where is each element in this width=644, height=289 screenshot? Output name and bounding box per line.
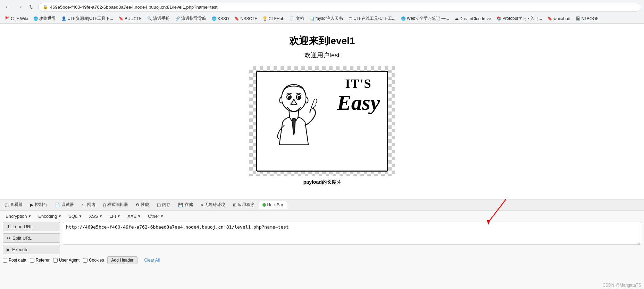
tab-console[interactable]: ▶ 控制台: [27, 200, 51, 209]
tab-performance[interactable]: ⚙ 性能: [132, 200, 153, 209]
bookmark-ctfhub[interactable]: 🏆 CTFHub: [260, 16, 286, 22]
memory-icon: ◫: [157, 203, 161, 207]
forward-button[interactable]: →: [15, 2, 24, 12]
devtools-panel: ⬚ 查看器 ▶ 控制台 📄 调试器 ↑↓ 网络 {} 样式编辑器 ⚙ 性能 ◫ …: [0, 199, 644, 289]
payload-info: payload的长度:4: [303, 179, 341, 185]
load-url-icon: ⬆: [7, 224, 10, 229]
cookies-check[interactable]: [83, 258, 87, 263]
style-icon: {}: [103, 203, 106, 207]
referer-check[interactable]: [30, 258, 34, 263]
inspector-icon: ⬚: [5, 203, 9, 207]
person-illustration: [261, 80, 330, 171]
post-data-checkbox[interactable]: Post data: [3, 258, 26, 263]
sql-arrow-icon: ▼: [78, 214, 82, 218]
hackbar-panel: Encryption ▼ Encoding ▼ SQL ▼ XSS ▼ LFI …: [0, 210, 644, 268]
bookmark-n1book[interactable]: 📓 N1BOOK: [574, 16, 601, 22]
hackbar-footer: Post data Referer User Agent Cookies Add…: [0, 254, 644, 266]
bookmark-whitabbit[interactable]: 🔖 whitabbit: [545, 16, 572, 22]
easy-image: IT'S Easy: [249, 66, 395, 176]
tab-storage[interactable]: 💾 存储: [175, 200, 196, 209]
xss-arrow-icon: ▼: [99, 214, 102, 218]
menu-xxe[interactable]: XXE ▼: [125, 213, 144, 220]
menu-xss[interactable]: XSS ▼: [86, 213, 105, 220]
bookmark-ctf-resources[interactable]: 👤 CTF资源库|CTF工具下...: [59, 15, 115, 22]
resize-handle[interactable]: ⊿: [637, 241, 641, 245]
devtools-tabs: ⬚ 查看器 ▶ 控制台 📄 调试器 ↑↓ 网络 {} 样式编辑器 ⚙ 性能 ◫ …: [0, 199, 644, 210]
accessibility-icon: ≈: [201, 203, 203, 207]
hackbar-url-input[interactable]: http://469e5bce-f400-49fe-a762-6bbaed8a7…: [63, 222, 641, 245]
execute-button[interactable]: ▶ Execute: [3, 245, 60, 254]
encryption-arrow-icon: ▼: [28, 214, 31, 218]
post-data-check[interactable]: [3, 258, 7, 263]
tab-accessibility[interactable]: ≈ 无障碍环境: [197, 200, 229, 209]
bookmark-ctf-tools[interactable]: 🛡 CTF在线工具-CTF工...: [346, 15, 398, 22]
bookmark-ctfwiki[interactable]: 🚩 CTF Wiki: [3, 16, 30, 22]
perf-icon: ⚙: [136, 203, 140, 207]
tab-hackbar[interactable]: HackBar: [259, 201, 287, 209]
menu-sql[interactable]: SQL ▼: [66, 213, 85, 220]
other-arrow-icon: ▼: [160, 214, 164, 218]
bookmark-mysql[interactable]: 📊 mysql注入天书: [308, 15, 345, 22]
tab-debugger[interactable]: 📄 调试器: [51, 200, 77, 209]
bookmark-doc[interactable]: 📄 文档: [288, 15, 306, 22]
hackbar-body: ⬆ Load URL ✂ Split URL ▶ Execute: [0, 222, 644, 254]
security-icon: 🔒: [43, 5, 48, 9]
tab-memory[interactable]: ◫ 内存: [153, 200, 174, 209]
bookmark-dreamcloud[interactable]: ☁ DreamCloudreve: [453, 16, 493, 22]
lfi-arrow-icon: ▼: [117, 214, 120, 218]
address-bar[interactable]: 🔒 469e5bce-f400-49fe-a762-6bbaed8a7ee4.n…: [38, 3, 641, 11]
tab-inspector[interactable]: ⬚ 查看器: [1, 200, 26, 209]
bookmark-nav[interactable]: 🔗 渗透指导导航: [173, 15, 208, 22]
user-agent-checkbox[interactable]: User Agent: [53, 258, 80, 263]
bookmark-kssd[interactable]: 🌐 KSSD: [210, 16, 231, 22]
storage-icon: 💾: [178, 203, 183, 207]
hackbar-buttons: ⬆ Load URL ✂ Split URL ▶ Execute: [3, 222, 60, 254]
page-title: 欢迎来到level1: [289, 34, 355, 48]
browser-chrome: ← → ↻ 🔒 469e5bce-f400-49fe-a762-6bbaed8a…: [0, 0, 644, 24]
split-url-icon: ✂: [7, 236, 10, 241]
its-easy-text: IT'S Easy: [337, 77, 380, 115]
bookmark-protobuf[interactable]: 📚 Protobuf学习 - 入门...: [494, 15, 544, 22]
refresh-button[interactable]: ↻: [26, 2, 36, 12]
bookmark-websec[interactable]: 🌐 Web安全学习笔记 —...: [399, 15, 451, 22]
hackbar-url-wrapper: http://469e5bce-f400-49fe-a762-6bbaed8a7…: [63, 222, 641, 246]
menu-lfi[interactable]: LFI ▼: [107, 213, 123, 220]
easy-image-inner: IT'S Easy: [256, 71, 388, 172]
back-button[interactable]: ←: [3, 2, 12, 12]
bookmark-world[interactable]: 🌐 攻防世界: [31, 15, 58, 22]
network-icon: ↑↓: [82, 203, 86, 207]
cookies-checkbox[interactable]: Cookies: [83, 258, 104, 263]
menu-other[interactable]: Other ▼: [145, 213, 166, 220]
bookmarks-bar: 🚩 CTF Wiki 🌐 攻防世界 👤 CTF资源库|CTF工具下... 🔖 B…: [0, 14, 644, 24]
bookmark-buuctf[interactable]: 🔖 BUUCTF: [117, 16, 144, 22]
hackbar-menu: Encryption ▼ Encoding ▼ SQL ▼ XSS ▼ LFI …: [0, 213, 644, 220]
xxe-arrow-icon: ▼: [137, 214, 141, 218]
csdn-watermark: CSDN @MangataTS: [602, 283, 641, 288]
menu-encryption[interactable]: Encryption ▼: [3, 213, 34, 220]
add-header-button[interactable]: Add Header: [107, 256, 137, 264]
svg-point-5: [289, 96, 290, 97]
encoding-arrow-icon: ▼: [58, 214, 62, 218]
page-content: 欢迎来到level1 欢迎用户test: [0, 24, 644, 194]
tab-style-editor[interactable]: {} 样式编辑器: [100, 200, 132, 209]
svg-point-6: [299, 96, 300, 97]
hackbar-input-area: http://469e5bce-f400-49fe-a762-6bbaed8a7…: [63, 222, 641, 254]
split-url-button[interactable]: ✂ Split URL: [3, 233, 60, 243]
bookmark-pentest[interactable]: 🔍 渗透手册: [145, 15, 172, 22]
load-url-button[interactable]: ⬆ Load URL: [3, 222, 60, 231]
menu-encoding[interactable]: Encoding ▼: [35, 213, 64, 220]
referer-checkbox[interactable]: Referer: [30, 258, 50, 263]
console-icon: ▶: [30, 203, 33, 207]
app-icon: ⊞: [233, 203, 236, 207]
debugger-icon: 📄: [55, 203, 60, 207]
hackbar-dot-icon: [262, 203, 266, 207]
url-text: 469e5bce-f400-49fe-a762-6bbaed8a7ee4.nod…: [50, 5, 217, 10]
bookmark-nssctf[interactable]: 🔖 NSSCTF: [232, 16, 259, 22]
execute-icon: ▶: [7, 247, 10, 252]
page-subtitle: 欢迎用户test: [304, 51, 340, 59]
user-agent-check[interactable]: [53, 258, 58, 263]
nav-bar: ← → ↻ 🔒 469e5bce-f400-49fe-a762-6bbaed8a…: [0, 0, 644, 14]
tab-app[interactable]: ⊞ 应用程序: [229, 200, 258, 209]
clear-all-button[interactable]: Clear All: [141, 257, 164, 264]
tab-network[interactable]: ↑↓ 网络: [78, 200, 99, 209]
